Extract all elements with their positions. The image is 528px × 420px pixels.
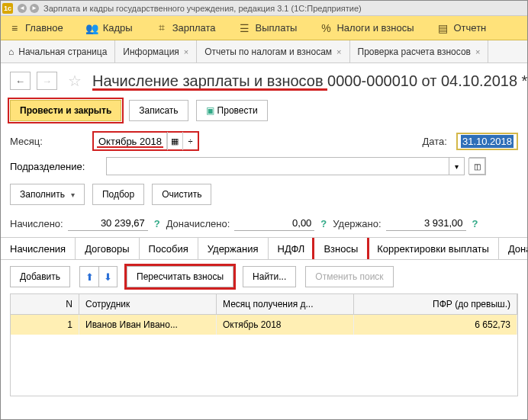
- date-field[interactable]: 31.10.2018: [456, 133, 518, 150]
- withheld-value: 3 931,00: [386, 216, 466, 231]
- add-button[interactable]: Добавить: [10, 266, 70, 287]
- help-icon[interactable]: ?: [320, 218, 327, 229]
- close-icon[interactable]: ×: [475, 47, 480, 56]
- tab-check[interactable]: Проверка расчета взносов ×: [350, 40, 489, 63]
- col-month[interactable]: Месяц получения д...: [217, 294, 354, 314]
- open-tabs-bar: ⌂ Начальная страница Информация × Отчеты…: [1, 40, 527, 63]
- wallet-icon: ☰: [239, 22, 251, 34]
- tab-reports[interactable]: Отчеты по налогам и взносам ×: [197, 40, 349, 63]
- tab-ndfl[interactable]: НДФЛ: [269, 238, 315, 259]
- percent-icon: %: [320, 22, 332, 34]
- tab-contracts[interactable]: Договоры: [76, 238, 139, 259]
- favorite-star-icon[interactable]: ☆: [63, 71, 86, 91]
- tab-reports-label: Отчеты по налогам и взносам: [204, 46, 332, 57]
- cell-pfr: 6 652,73: [354, 315, 517, 335]
- menu-vyplaty-label: Выплаты: [256, 22, 298, 34]
- document-title-name: Начисление зарплаты и взносов: [92, 72, 324, 89]
- cell-n: 1: [11, 315, 79, 335]
- nav-back-circle-icon[interactable]: ◄: [18, 4, 27, 13]
- calculator-icon: ⌗: [156, 22, 168, 34]
- clear-button[interactable]: Очистить: [152, 184, 211, 205]
- cell-employee: Иванов Иван Ивано...: [79, 315, 217, 335]
- tab-donach[interactable]: Донач: [499, 238, 527, 259]
- inner-tabs: Начисления Договоры Пособия Удержания НД…: [1, 237, 527, 260]
- menu-vyplaty[interactable]: ☰ Выплаты: [239, 22, 298, 34]
- additional-value: 0,00: [234, 216, 314, 231]
- help-icon[interactable]: ?: [472, 218, 478, 229]
- find-button[interactable]: Найти...: [243, 266, 296, 287]
- nav-fwd-circle-icon[interactable]: ►: [30, 4, 39, 13]
- additional-label: Доначислено:: [166, 218, 230, 229]
- menu-nalogi-label: Налоги и взносы: [336, 22, 414, 34]
- tab-accruals[interactable]: Начисления: [1, 238, 76, 259]
- nav-forward-button[interactable]: →: [37, 72, 57, 90]
- date-value: 31.10.2018: [461, 135, 514, 148]
- accrued-value: 30 239,67: [68, 216, 148, 231]
- post-icon: ▣: [206, 105, 214, 116]
- tab-vznosy[interactable]: Взносы: [314, 238, 368, 259]
- cancel-find-button[interactable]: Отменить поиск: [305, 266, 393, 287]
- contributions-grid: N Сотрудник Месяц получения д... ПФР (до…: [10, 293, 518, 396]
- month-label: Месяц:: [10, 136, 86, 147]
- save-button[interactable]: Записать: [129, 100, 188, 121]
- open-dialog-icon[interactable]: ◫: [468, 158, 485, 175]
- close-icon[interactable]: ×: [336, 47, 341, 56]
- col-employee[interactable]: Сотрудник: [79, 294, 217, 314]
- department-label: Подразделение:: [10, 161, 101, 172]
- menu-zarplata-label: Зарплата: [172, 22, 216, 34]
- people-icon: 👥: [86, 22, 98, 34]
- move-row-buttons: ⬆ ⬇: [79, 266, 118, 287]
- tab-info[interactable]: Информация ×: [115, 40, 197, 63]
- department-value[interactable]: [107, 158, 449, 175]
- table-row[interactable]: 1 Иванов Иван Ивано... Октябрь 2018 6 65…: [11, 315, 517, 335]
- report-icon: ▤: [437, 22, 449, 34]
- home-icon: ⌂: [8, 46, 14, 57]
- nav-back-button[interactable]: ←: [10, 72, 31, 90]
- document-title-suffix: 0000-000010 от 04.10.2018 *: [327, 72, 527, 89]
- menu-kadry[interactable]: 👥 Кадры: [86, 22, 133, 34]
- move-up-icon[interactable]: ⬆: [80, 267, 98, 287]
- menu-zarplata[interactable]: ⌗ Зарплата: [156, 22, 216, 34]
- tab-start[interactable]: ⌂ Начальная страница: [1, 40, 115, 63]
- menu-nalogi[interactable]: % Налоги и взносы: [320, 22, 414, 34]
- select-button[interactable]: Подбор: [92, 184, 144, 205]
- close-icon[interactable]: ×: [184, 47, 188, 56]
- tab-corrections[interactable]: Корректировки выплаты: [368, 238, 499, 259]
- menu-home-label: Главное: [25, 22, 63, 34]
- post-and-close-button[interactable]: Провести и закрыть: [10, 100, 121, 121]
- dropdown-icon[interactable]: ▾: [449, 158, 464, 175]
- menu-otchet[interactable]: ▤ Отчетн: [437, 22, 487, 34]
- menu-otchet-label: Отчетн: [454, 22, 487, 34]
- post-button-label: Провести: [217, 105, 258, 116]
- col-n[interactable]: N: [11, 294, 79, 314]
- window-title: Зарплата и кадры государственного учрежд…: [43, 4, 362, 13]
- help-icon[interactable]: ?: [154, 218, 160, 229]
- cell-month: Октябрь 2018: [217, 315, 354, 335]
- tab-benefits[interactable]: Пособия: [140, 238, 198, 259]
- month-stepper[interactable]: ÷: [182, 132, 198, 150]
- menu-home-icon: ≡: [8, 22, 21, 34]
- tab-info-label: Информация: [123, 46, 179, 57]
- move-down-icon[interactable]: ⬇: [98, 267, 117, 287]
- month-picker[interactable]: Октябрь 2018 ▦ ÷: [92, 131, 199, 151]
- month-value: Октябрь 2018: [94, 133, 167, 149]
- menu-kadry-label: Кадры: [103, 22, 133, 34]
- calendar-icon[interactable]: ▦: [167, 132, 182, 150]
- col-pfr[interactable]: ПФР (до превыш.): [354, 294, 517, 314]
- grid-blank-area: [11, 335, 517, 396]
- grid-header: N Сотрудник Месяц получения д... ПФР (до…: [11, 294, 517, 315]
- fill-button[interactable]: Заполнить: [10, 184, 85, 205]
- tab-start-label: Начальная страница: [18, 46, 107, 57]
- document-title: Начисление зарплаты и взносов 0000-00001…: [92, 72, 527, 90]
- tab-deductions[interactable]: Удержания: [198, 238, 269, 259]
- menu-home[interactable]: ≡ Главное: [8, 22, 63, 34]
- department-input[interactable]: ▾: [106, 157, 465, 175]
- main-menu: ≡ Главное 👥 Кадры ⌗ Зарплата ☰ Выплаты %…: [1, 16, 527, 40]
- accrued-label: Начислено:: [10, 218, 63, 229]
- recalculate-contributions-button[interactable]: Пересчитать взносы: [127, 266, 233, 287]
- post-button[interactable]: ▣ Провести: [196, 100, 268, 121]
- app-logo-icon: 1с: [2, 3, 13, 14]
- date-label: Дата:: [423, 136, 447, 147]
- tab-check-label: Проверка расчета взносов: [358, 46, 471, 57]
- withheld-label: Удержано:: [333, 218, 381, 229]
